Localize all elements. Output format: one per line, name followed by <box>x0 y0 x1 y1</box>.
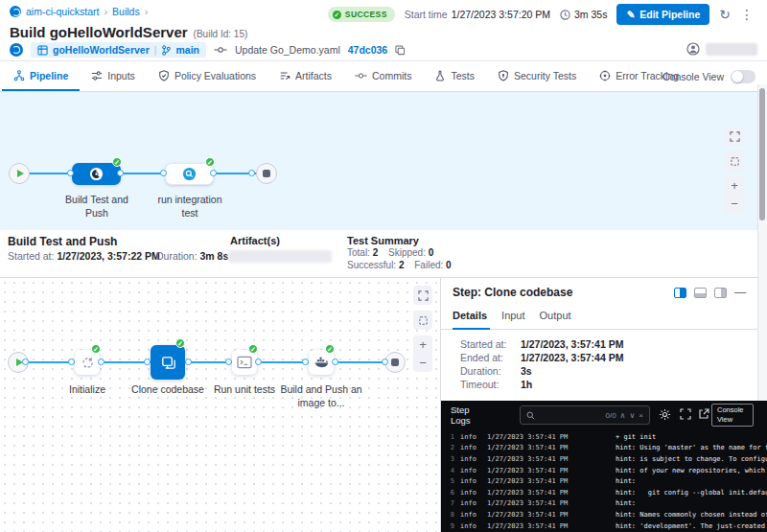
branch-icon <box>161 45 171 56</box>
log-line[interactable]: 4 info 1/27/2023 3:57:41 PM hint: of you… <box>441 465 767 476</box>
terminal-icon <box>237 356 252 369</box>
step-node-clone-codebase[interactable] <box>151 345 185 380</box>
tab-input[interactable]: Input <box>501 305 535 329</box>
field-ended-at: Ended at: 1/27/2023, 3:57:44 PM <box>460 352 623 363</box>
log-message: hint: is subject to change. To configur <box>616 455 767 463</box>
tab-details[interactable]: Details <box>453 305 498 329</box>
tab-pipeline[interactable]: Pipeline <box>2 61 80 91</box>
status-row: ✓ SUCCESS Start time 1/27/2023 3:57:20 P… <box>328 4 754 25</box>
fullscreen-icon[interactable] <box>725 127 744 146</box>
fullscreen-icon[interactable] <box>413 286 432 305</box>
copy-icon[interactable] <box>395 45 406 56</box>
log-line-number: 8 <box>441 511 454 519</box>
breadcrumb-builds[interactable]: Builds <box>112 6 140 17</box>
layout-right-collapsed-icon[interactable] <box>714 288 727 298</box>
skipped-value: 0 <box>429 247 434 258</box>
zoom-out-icon[interactable]: − <box>725 195 744 213</box>
log-line[interactable]: 6 info 1/27/2023 3:57:41 PM hint: git co… <box>441 487 767 498</box>
artifacts-label: Artifact(s) <box>230 235 280 246</box>
fit-view-icon[interactable] <box>725 151 744 171</box>
connector-dot <box>248 170 255 176</box>
artifacts-icon <box>279 70 291 81</box>
layout-right-split-icon[interactable] <box>674 288 686 298</box>
panel-layout-controls: — <box>674 287 746 298</box>
log-line[interactable]: 5 info 1/27/2023 3:57:41 PM hint: <box>441 475 767 487</box>
log-level: info <box>460 467 481 474</box>
tab-security-tests[interactable]: Security Tests <box>486 61 588 91</box>
branch-name: main <box>175 44 199 56</box>
scm-avatar-icon <box>10 43 23 57</box>
log-level: info <box>460 489 481 497</box>
search-next-icon[interactable]: ∨ <box>629 411 635 420</box>
step-label-run-unit-tests[interactable]: Run unit tests <box>201 383 288 397</box>
page-header: aim-ci-quickstart › Builds › ✓ SUCCESS S… <box>0 0 767 61</box>
zoom-in-icon[interactable]: + <box>413 335 432 354</box>
commit-sha-link[interactable]: 47dc036 <box>348 44 387 56</box>
layout-bottom-split-icon[interactable] <box>694 288 707 298</box>
zoom-controls: + − <box>413 335 432 372</box>
start-time-label: Start time <box>405 9 448 20</box>
step-label-build-and-push[interactable]: Build and Push an image to... <box>278 383 364 409</box>
log-line[interactable]: 8 info 1/27/2023 3:57:41 PM hint: Names … <box>441 509 767 520</box>
log-line[interactable]: 7 info 1/27/2023 3:57:41 PM hint: <box>441 498 767 510</box>
tab-output[interactable]: Output <box>540 305 582 329</box>
stage-label-build-test-push[interactable]: Build Test and Push <box>58 194 136 220</box>
clock-icon <box>560 10 570 20</box>
breadcrumb-project[interactable]: aim-ci-quickstart <box>26 6 99 17</box>
tab-label: Tests <box>451 70 475 81</box>
log-line[interactable]: 9 info 1/27/2023 3:57:41 PM hint: 'devel… <box>441 520 767 532</box>
repo-name: goHelloWorldServer <box>53 44 150 56</box>
zoom-controls: + − <box>725 176 744 213</box>
log-level: info <box>460 455 481 463</box>
minimize-panel-icon[interactable]: — <box>734 287 746 298</box>
page-title: Build goHelloWorldServer <box>10 24 188 40</box>
build-tabbar: Pipeline Inputs Policy Evaluations Artif… <box>0 61 767 92</box>
console-view-toggle[interactable] <box>731 70 755 83</box>
log-message: hint: Names commonly chosen instead of <box>616 511 767 519</box>
field-started-at: Started at: 1/27/2023, 3:57:41 PM <box>460 338 623 350</box>
tab-artifacts[interactable]: Artifacts <box>267 61 343 91</box>
stage-start-node <box>9 163 30 184</box>
step-label-clone-codebase[interactable]: Clone codebase <box>125 383 211 397</box>
zoom-out-icon[interactable]: − <box>413 354 432 372</box>
fit-view-icon[interactable] <box>413 311 432 330</box>
search-close-icon[interactable]: × <box>639 411 643 420</box>
log-search-box[interactable]: 0/0 ∧ ∨ × <box>520 405 650 425</box>
zoom-in-icon[interactable]: + <box>725 176 744 195</box>
edit-pipeline-button[interactable]: ✎ Edit Pipeline <box>616 4 709 25</box>
refresh-icon[interactable]: ↻ <box>719 8 731 21</box>
log-settings-gear-icon[interactable] <box>659 408 671 421</box>
connector-dot <box>225 359 232 365</box>
log-external-link-icon[interactable] <box>698 408 709 420</box>
tab-inputs[interactable]: Inputs <box>80 61 147 91</box>
successful-label: Successful: <box>347 260 396 270</box>
tab-tests[interactable]: Tests <box>423 61 486 91</box>
log-message: hint: <box>616 477 767 485</box>
page-scrollbar-thumb[interactable] <box>759 88 765 220</box>
log-lines: 1 info 1/27/2023 3:57:41 PM + git init 2… <box>441 431 767 531</box>
search-prev-icon[interactable]: ∧ <box>620 411 626 420</box>
log-level: info <box>460 477 481 485</box>
error-tracking-icon <box>599 70 611 81</box>
tab-policy-evaluations[interactable]: Policy Evaluations <box>147 61 267 91</box>
console-view-button[interactable]: Console View <box>711 404 754 427</box>
stage-details-title: Build Test and Push <box>8 235 117 248</box>
commit-icon <box>214 45 227 55</box>
log-line[interactable]: 3 info 1/27/2023 3:57:41 PM hint: is sub… <box>441 453 767 465</box>
stage-node-run-integration-test[interactable] <box>165 163 214 185</box>
step-label-initialize[interactable]: Initialize <box>44 383 130 397</box>
stage-node-build-test-push[interactable] <box>72 163 121 185</box>
stage-label-run-integration-test[interactable]: run integration test <box>151 194 229 220</box>
tab-commits[interactable]: Commits <box>343 61 423 91</box>
tab-label: Pipeline <box>30 70 68 81</box>
log-fullscreen-icon[interactable] <box>680 408 691 420</box>
more-menu-icon[interactable]: ⋮ <box>740 8 754 21</box>
repo-branch-pill[interactable]: goHelloWorldServer | main <box>31 42 206 58</box>
console-view-toggle-group: Console View <box>662 61 755 92</box>
step-graph-canvas[interactable]: ✓ ✓ ✓ ✓ Initialize Clone codebase Run un… <box>0 278 441 532</box>
log-line[interactable]: 1 info 1/27/2023 3:57:41 PM + git init <box>441 431 767 443</box>
skipped-label: Skipped: <box>388 247 426 258</box>
stage-graph-canvas[interactable]: ✓ ✓ Build Test and Push run integration … <box>0 92 767 230</box>
user-icon[interactable] <box>686 42 700 56</box>
log-line[interactable]: 2 info 1/27/2023 3:57:41 PM hint: Using … <box>441 443 767 454</box>
